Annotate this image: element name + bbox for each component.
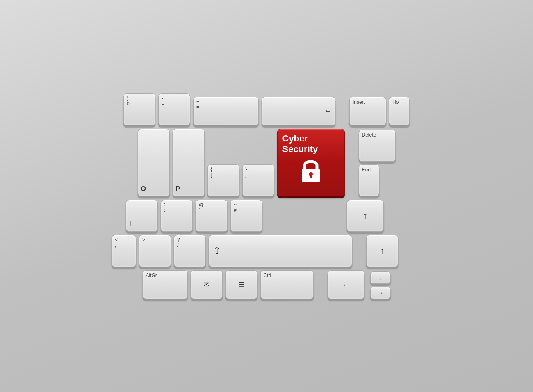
key-label: L	[129, 221, 133, 228]
svg-rect-2	[310, 175, 312, 178]
cyber-text-line1: Cyber	[282, 133, 308, 144]
key-bottom-label: =	[196, 105, 199, 109]
keyboard-row-2: O P { [ } ] Cyber Security	[138, 129, 396, 196]
key-arrow-left[interactable]: ←	[328, 270, 364, 299]
key-top-label: :	[164, 202, 165, 207]
key-brace-close[interactable]: } ]	[242, 164, 274, 196]
key-top-label: >	[142, 237, 145, 242]
key-L[interactable]: L	[126, 200, 158, 232]
key-delete[interactable]: Delete	[359, 130, 396, 162]
key-top-label: ?	[177, 237, 180, 242]
key-bottom-label: ,	[115, 243, 116, 248]
up-arrow-icon: ↑	[363, 210, 368, 221]
key-paren-close[interactable]: ) 0	[123, 93, 155, 125]
key-text: Ho	[392, 99, 399, 105]
key-bottom-label: ]	[246, 172, 247, 177]
key-P[interactable]: P	[173, 129, 205, 196]
key-greater-than[interactable]: > .	[139, 235, 171, 267]
key-text: AltGr	[146, 273, 157, 278]
lock-icon	[282, 157, 339, 189]
key-bottom-label: 0	[127, 101, 130, 106]
key-bottom-label: /	[177, 243, 178, 248]
key-colon[interactable]: : ;	[161, 200, 193, 232]
key-brace-open[interactable]: { [	[207, 164, 239, 196]
key-arrow-right-small[interactable]: →	[370, 287, 391, 299]
key-label: ←	[324, 106, 332, 116]
key-top-label: -	[162, 96, 163, 101]
key-shift-right[interactable]: ⇧	[209, 235, 352, 267]
keyboard-row-5: AltGr ✉ ☰ Ctrl ← ↓ →	[143, 270, 391, 299]
key-bottom-label: #	[234, 207, 237, 212]
key-arrow-up[interactable]: ↑	[347, 200, 384, 232]
key-top-label: @	[199, 202, 204, 207]
keyboard-image: ) 0 - = + = ← Insert Ho O P {	[0, 0, 533, 392]
key-arrow-down-small[interactable]: ↓	[370, 271, 391, 284]
keyboard-row-3: L : ; @ ' ~ # ↑	[126, 200, 407, 232]
key-ctrl-right[interactable]: Ctrl	[260, 270, 314, 299]
key-top-label: }	[246, 167, 247, 172]
key-text: Ctrl	[264, 273, 271, 278]
key-arrow-up-2[interactable]: ↑	[366, 235, 398, 267]
key-backspace[interactable]: ←	[262, 97, 335, 125]
key-top-label: +	[196, 99, 199, 104]
key-bottom-label: .	[142, 243, 144, 248]
shift-icon: ⇧	[213, 246, 221, 256]
cyber-text-line2: Security	[282, 144, 318, 155]
key-altgr[interactable]: AltGr	[143, 270, 188, 299]
key-top-label: )	[127, 96, 128, 101]
key-question[interactable]: ? /	[174, 235, 206, 267]
key-mail[interactable]: ✉	[191, 270, 223, 299]
key-less-than[interactable]: < ,	[112, 235, 136, 267]
key-minus[interactable]: - =	[158, 93, 190, 125]
key-top-label: {	[211, 167, 212, 172]
key-at[interactable]: @ '	[196, 200, 228, 232]
up-arrow-2-icon: ↑	[380, 246, 385, 256]
down-arrow-icon: ↓	[379, 274, 382, 281]
key-O[interactable]: O	[138, 129, 170, 196]
key-bottom-label: ;	[164, 207, 165, 212]
key-label: P	[176, 185, 180, 193]
key-end-partial[interactable]: End	[359, 164, 379, 196]
key-plus-equals[interactable]: + =	[193, 97, 259, 125]
key-home-partial[interactable]: Ho	[389, 97, 410, 125]
key-text: Delete	[362, 132, 376, 138]
key-insert[interactable]: Insert	[349, 97, 386, 125]
key-text: Insert	[353, 99, 365, 105]
keyboard-row-4: < , > . ? / ⇧ ↑	[112, 235, 421, 267]
key-label: O	[141, 185, 146, 193]
key-menu[interactable]: ☰	[226, 270, 257, 299]
left-arrow-icon: ←	[342, 280, 350, 289]
mail-icon: ✉	[203, 280, 210, 289]
key-top-label: <	[115, 237, 118, 242]
key-bottom-label: =	[162, 101, 164, 106]
right-arrow-icon: →	[378, 289, 383, 296]
keyboard-row-1: ) 0 - = + = ← Insert Ho	[123, 93, 410, 125]
key-tilde[interactable]: ~ #	[230, 200, 262, 232]
key-top-label: ~	[234, 202, 237, 207]
key-bottom-label: '	[199, 207, 200, 212]
key-text: End	[362, 167, 371, 173]
key-bottom-label: [	[211, 172, 212, 177]
menu-icon: ☰	[238, 280, 245, 289]
cyber-security-key[interactable]: Cyber Security	[277, 129, 345, 196]
